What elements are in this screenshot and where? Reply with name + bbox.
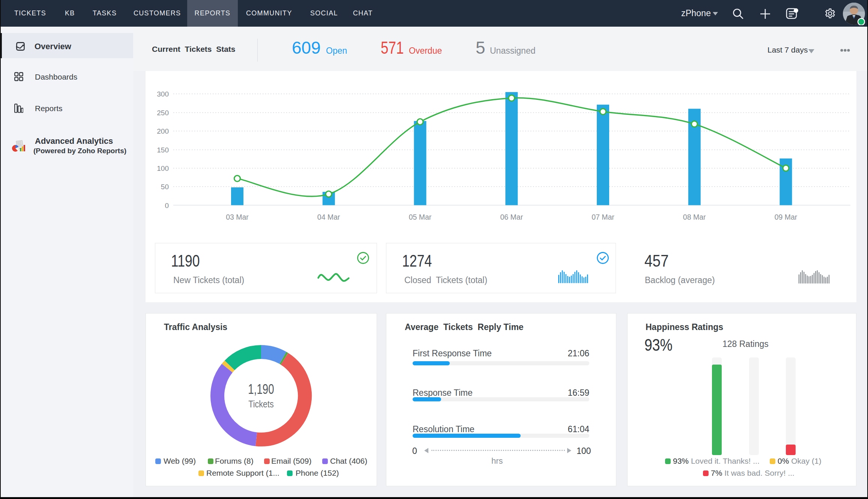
svg-text:0: 0: [165, 202, 169, 210]
svg-text:09 Mar: 09 Mar: [775, 213, 797, 221]
svg-text:08 Mar: 08 Mar: [683, 213, 706, 221]
svg-text:06 Mar: 06 Mar: [500, 213, 523, 221]
svg-text:50: 50: [161, 183, 169, 191]
svg-text:150: 150: [157, 146, 169, 154]
svg-text:07 Mar: 07 Mar: [592, 213, 614, 221]
svg-text:250: 250: [157, 109, 169, 117]
svg-text:200: 200: [157, 127, 169, 135]
svg-text:03 Mar: 03 Mar: [226, 213, 249, 221]
svg-text:100: 100: [157, 164, 169, 172]
svg-text:05 Mar: 05 Mar: [409, 213, 432, 221]
svg-text:04 Mar: 04 Mar: [317, 213, 340, 221]
svg-text:300: 300: [157, 90, 169, 98]
